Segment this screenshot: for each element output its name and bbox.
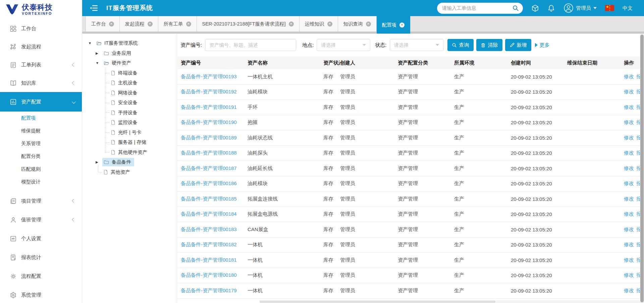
edit-link[interactable]: 修改 bbox=[624, 272, 634, 278]
sidebar-item-book[interactable]: 知识库 bbox=[0, 74, 82, 92]
sidebar-subitem[interactable]: 配置项 bbox=[0, 112, 82, 124]
cell-asset-no[interactable]: 备品备件-资产管理00193 bbox=[181, 74, 248, 80]
sidebar-subitem[interactable]: 模型设计 bbox=[0, 175, 82, 188]
tree-node[interactable]: 终端设备 bbox=[82, 68, 177, 78]
cell-asset-no[interactable]: 备品备件-资产管理00188 bbox=[181, 150, 248, 156]
scrap-link[interactable]: 报废 bbox=[636, 211, 640, 217]
sidebar-item-report[interactable]: 报表统计 bbox=[0, 248, 82, 267]
tab[interactable]: 所有工单 ✕ bbox=[158, 16, 197, 32]
scrap-link[interactable]: 报废 bbox=[636, 196, 640, 202]
sidebar-item-doc-copy[interactable]: 项目管理 bbox=[0, 191, 82, 210]
clear-button[interactable]: 清除 bbox=[476, 39, 502, 51]
location-select[interactable]: 请选择 bbox=[317, 39, 370, 51]
scrap-link[interactable]: 报废 bbox=[636, 104, 640, 110]
vertical-scrollbar-thumb[interactable] bbox=[640, 35, 644, 302]
cell-asset-no[interactable]: 备品备件-资产管理00192 bbox=[181, 89, 248, 95]
language-switch[interactable]: 中文 bbox=[623, 5, 633, 11]
scrap-link[interactable]: 报废 bbox=[636, 226, 640, 232]
tree-node[interactable]: 主机设备 bbox=[82, 78, 177, 88]
sidebar-item-flow[interactable]: 发起流程 bbox=[0, 38, 82, 56]
tab[interactable]: SER-20210713-2188[FT服务请求流程] ✕ bbox=[197, 16, 300, 32]
edit-link[interactable]: 修改 bbox=[624, 257, 634, 263]
edit-link[interactable]: 修改 bbox=[624, 74, 634, 79]
cell-asset-no[interactable]: 备品备件-资产管理00186 bbox=[181, 180, 248, 187]
sidebar-item-gear-flow[interactable]: 流程配置 bbox=[0, 267, 82, 286]
cell-asset-no[interactable]: 备品备件-资产管理00185 bbox=[181, 196, 248, 202]
tree-caret-icon[interactable]: ▼ bbox=[88, 41, 93, 45]
sidebar-item-chart[interactable]: 资产配置 bbox=[0, 92, 82, 112]
scrap-link[interactable]: 报废 bbox=[636, 74, 640, 79]
tab[interactable]: 知识查询 ✕ bbox=[338, 16, 377, 32]
scrap-link[interactable]: 报废 bbox=[636, 257, 640, 263]
horizontal-scrollbar-thumb[interactable] bbox=[260, 301, 495, 303]
edit-link[interactable]: 修改 bbox=[624, 211, 634, 217]
cell-asset-no[interactable]: 备品备件-资产管理00191 bbox=[181, 104, 248, 111]
tab-close-icon[interactable]: ✕ bbox=[366, 21, 371, 27]
edit-link[interactable]: 修改 bbox=[624, 104, 634, 110]
user-menu[interactable]: 管理员 bbox=[564, 3, 597, 13]
edit-link[interactable]: 修改 bbox=[624, 89, 634, 94]
scrap-link[interactable]: 报废 bbox=[636, 165, 640, 171]
status-select[interactable]: 请选择 bbox=[390, 39, 443, 51]
tab[interactable]: 发起流程 ✕ bbox=[120, 16, 158, 32]
scrap-link[interactable]: 报废 bbox=[636, 272, 640, 278]
tree-caret-icon[interactable]: ▶ bbox=[96, 51, 100, 55]
sidebar-subitem[interactable]: 维保提醒 bbox=[0, 124, 82, 137]
package-cube-icon[interactable] bbox=[531, 4, 539, 12]
menu-collapse-icon[interactable] bbox=[90, 4, 98, 12]
cell-asset-no[interactable]: 备品备件-资产管理00183 bbox=[181, 226, 248, 233]
cell-asset-no[interactable]: 备品备件-资产管理00190 bbox=[181, 119, 248, 126]
scrap-link[interactable]: 报废 bbox=[636, 119, 640, 125]
cell-asset-no[interactable]: 备品备件-资产管理00189 bbox=[181, 135, 248, 141]
edit-link[interactable]: 修改 bbox=[624, 135, 634, 140]
cell-asset-no[interactable]: 备品备件-资产管理00181 bbox=[181, 257, 248, 263]
add-button[interactable]: 新增 bbox=[505, 39, 531, 51]
edit-link[interactable]: 修改 bbox=[624, 180, 634, 186]
tab[interactable]: 配置项 ✕ bbox=[377, 16, 411, 34]
edit-link[interactable]: 修改 bbox=[624, 226, 634, 232]
scrap-link[interactable]: 报废 bbox=[636, 150, 640, 156]
tab-close-icon[interactable]: ✕ bbox=[327, 21, 332, 27]
tree-caret-icon[interactable]: ▶ bbox=[96, 160, 100, 164]
tab-close-icon[interactable]: ✕ bbox=[399, 23, 405, 28]
tree-node[interactable]: 监控设备 bbox=[82, 118, 177, 128]
tree-node[interactable]: 光纤 | 号卡 bbox=[82, 128, 177, 138]
sidebar-item-person[interactable]: 值班管理 bbox=[0, 210, 82, 229]
tab[interactable]: 运维知识 ✕ bbox=[300, 16, 338, 32]
edit-link[interactable]: 修改 bbox=[624, 196, 634, 202]
tab-close-icon[interactable]: ✕ bbox=[289, 21, 294, 27]
tab-close-icon[interactable]: ✕ bbox=[186, 21, 191, 27]
tree-node[interactable]: 其他硬件资产 bbox=[82, 147, 177, 158]
sidebar-item-grid[interactable]: 工作台 bbox=[0, 19, 82, 38]
sidebar-item-monitor[interactable]: 个人设置 bbox=[0, 229, 82, 248]
tree-node[interactable]: 其他资产 bbox=[82, 167, 177, 177]
header-search-input[interactable] bbox=[442, 5, 512, 11]
edit-link[interactable]: 修改 bbox=[624, 150, 634, 156]
sidebar-item-gear[interactable]: 系统管理 bbox=[0, 286, 82, 303]
sidebar-subitem[interactable]: 关系管理 bbox=[0, 137, 82, 150]
scrap-link[interactable]: 报废 bbox=[636, 242, 640, 247]
vertical-scrollbar[interactable] bbox=[640, 34, 644, 303]
scrap-link[interactable]: 报废 bbox=[636, 180, 640, 186]
tree-node[interactable]: 服务器 | 存储 bbox=[82, 137, 177, 147]
sidebar-subitem[interactable]: 配置分类 bbox=[0, 150, 82, 163]
tab-close-icon[interactable]: ✕ bbox=[148, 21, 153, 27]
tree-caret-icon[interactable]: ▼ bbox=[96, 61, 100, 65]
sidebar-subitem[interactable]: 匹配规则 bbox=[0, 163, 82, 175]
china-flag-icon[interactable]: ★ ★ ★ ★ ★ bbox=[605, 5, 614, 11]
bell-icon[interactable] bbox=[547, 4, 555, 12]
tree-node[interactable]: 网络设备 bbox=[82, 88, 177, 98]
tree-node[interactable]: ▼ 硬件资产 bbox=[82, 58, 177, 68]
tab[interactable]: 工作台 ✕ bbox=[86, 16, 120, 32]
search-button[interactable]: 查询 bbox=[447, 39, 474, 51]
search-icon[interactable] bbox=[512, 5, 519, 11]
tree-node[interactable]: ▼ IT服务管理系统 bbox=[82, 38, 177, 48]
tab-close-icon[interactable]: ✕ bbox=[109, 21, 114, 27]
cell-asset-no[interactable]: 备品备件-资产管理00180 bbox=[181, 272, 248, 278]
edit-link[interactable]: 修改 bbox=[624, 119, 634, 125]
cell-asset-no[interactable]: 备品备件-资产管理00187 bbox=[181, 165, 248, 172]
scrap-link[interactable]: 报废 bbox=[636, 89, 640, 94]
tree-node[interactable]: ▶ 备品备件 bbox=[82, 157, 177, 167]
asset-no-input[interactable] bbox=[205, 39, 296, 51]
scrap-link[interactable]: 报废 bbox=[636, 135, 640, 140]
